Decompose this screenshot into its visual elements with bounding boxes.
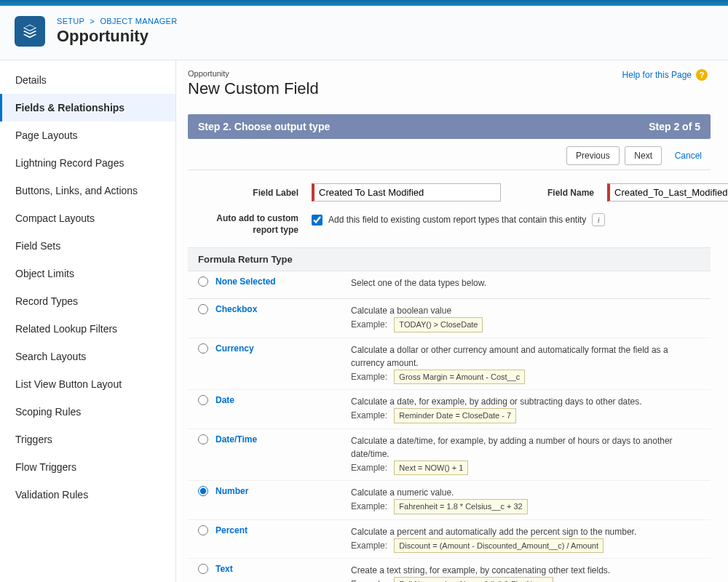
type-desc-currency: Calculate a dollar or other currency amo…: [351, 343, 700, 385]
type-row-number: NumberCalculate a numeric value.Example:…: [188, 481, 711, 520]
type-desc-number: Calculate a numeric value.Example: Fahre…: [351, 486, 700, 514]
step-counter: Step 2 of 5: [649, 121, 700, 132]
type-label-currency: Currency: [215, 343, 254, 354]
field-name-label: Field Name: [514, 188, 594, 198]
type-desc-date: Calculate a date, for example, by adding…: [351, 395, 700, 423]
breadcrumb-object-manager[interactable]: OBJECT MANAGER: [100, 17, 177, 25]
sidebar-item-compact-layouts[interactable]: Compact Layouts: [0, 204, 175, 232]
sidebar-item-flow-triggers[interactable]: Flow Triggers: [0, 453, 175, 481]
auto-add-text: Add this field to existing custom report…: [328, 215, 586, 225]
breadcrumb-separator: >: [87, 17, 98, 25]
sidebar-item-lightning-record-pages[interactable]: Lightning Record Pages: [0, 149, 175, 177]
type-label-number: Number: [215, 486, 248, 496]
type-row-percent: PercentCalculate a percent and automatic…: [188, 520, 711, 559]
breadcrumb: SETUP > OBJECT MANAGER: [57, 17, 178, 25]
type-row-none: None SelectedSelect one of the data type…: [188, 271, 711, 299]
type-desc-none: Select one of the data types below.: [351, 276, 700, 290]
sidebar-item-related-lookup-filters[interactable]: Related Lookup Filters: [0, 315, 175, 343]
type-radio-datetime[interactable]: [198, 434, 208, 445]
sidebar-item-details[interactable]: Details: [0, 66, 175, 94]
type-desc-datetime: Calculate a date/time, for example, by a…: [351, 434, 700, 476]
type-label-percent: Percent: [215, 525, 248, 535]
type-desc-checkbox: Calculate a boolean valueExample: TODAY(…: [351, 304, 700, 332]
cancel-button[interactable]: Cancel: [669, 147, 708, 164]
sidebar-item-validation-rules[interactable]: Validation Rules: [0, 481, 175, 509]
breadcrumb-setup[interactable]: SETUP: [57, 17, 84, 25]
section-header: Formula Return Type: [188, 247, 711, 271]
auto-add-label: Auto add to custom report type: [197, 213, 298, 236]
field-label-label: Field Label: [197, 188, 298, 198]
field-name-input[interactable]: [607, 183, 728, 202]
return-type-list: None SelectedSelect one of the data type…: [188, 271, 711, 582]
sidebar-item-search-layouts[interactable]: Search Layouts: [0, 343, 175, 370]
auto-add-checkbox[interactable]: [312, 215, 323, 226]
field-label-input[interactable]: [312, 183, 501, 202]
type-radio-none[interactable]: [198, 276, 208, 287]
header: SETUP > OBJECT MANAGER Opportunity: [0, 6, 728, 60]
type-row-text: TextCreate a text string, for example, b…: [188, 559, 711, 582]
sidebar-item-scoping-rules[interactable]: Scoping Rules: [0, 398, 175, 426]
type-row-currency: CurrencyCalculate a dollar or other curr…: [188, 338, 711, 391]
page-title: New Custom Field: [188, 79, 711, 98]
type-row-date: DateCalculate a date, for example, by ad…: [188, 390, 711, 429]
info-icon[interactable]: i: [592, 213, 605, 226]
sidebar-item-page-layouts[interactable]: Page Layouts: [0, 121, 175, 149]
type-radio-percent[interactable]: [198, 525, 208, 535]
type-label-date: Date: [215, 395, 234, 405]
next-button[interactable]: Next: [625, 146, 662, 165]
type-row-datetime: Date/TimeCalculate a date/time, for exam…: [188, 429, 711, 482]
sidebar-item-list-view-button-layout[interactable]: List View Button Layout: [0, 370, 175, 398]
sidebar-item-field-sets[interactable]: Field Sets: [0, 232, 175, 260]
top-button-row: Previous Next Cancel: [188, 139, 711, 170]
sidebar-item-fields-relationships[interactable]: Fields & Relationships: [0, 94, 175, 121]
type-radio-date[interactable]: [198, 395, 208, 405]
sidebar-item-object-limits[interactable]: Object Limits: [0, 260, 175, 287]
type-desc-percent: Calculate a percent and automatically ad…: [351, 525, 700, 554]
previous-button[interactable]: Previous: [566, 146, 620, 165]
sidebar-item-record-types[interactable]: Record Types: [0, 287, 175, 315]
type-label-datetime: Date/Time: [215, 434, 257, 445]
object-title: Opportunity: [57, 27, 178, 46]
type-label-checkbox: Checkbox: [215, 304, 257, 314]
type-radio-currency[interactable]: [198, 343, 208, 354]
type-radio-checkbox[interactable]: [198, 304, 208, 314]
sidebar-item-buttons-links-and-actions[interactable]: Buttons, Links, and Actions: [0, 177, 175, 204]
layers-icon: [15, 16, 45, 47]
type-label-text: Text: [215, 564, 233, 574]
sidebar: DetailsFields & RelationshipsPage Layout…: [0, 60, 176, 582]
type-row-checkbox: CheckboxCalculate a boolean valueExample…: [188, 299, 711, 338]
sidebar-item-triggers[interactable]: Triggers: [0, 426, 175, 453]
step-bar: Step 2. Choose output type Step 2 of 5: [188, 114, 711, 139]
step-title: Step 2. Choose output type: [198, 121, 330, 132]
type-radio-number[interactable]: [198, 486, 208, 496]
type-label-none: None Selected: [215, 276, 276, 287]
content-area[interactable]: Help for this Page ? Opportunity New Cus…: [176, 60, 728, 582]
help-link[interactable]: Help for this Page: [622, 70, 692, 80]
help-icon[interactable]: ?: [696, 69, 708, 81]
type-radio-text[interactable]: [198, 564, 208, 574]
type-desc-text: Create a text string, for example, by co…: [351, 564, 700, 582]
